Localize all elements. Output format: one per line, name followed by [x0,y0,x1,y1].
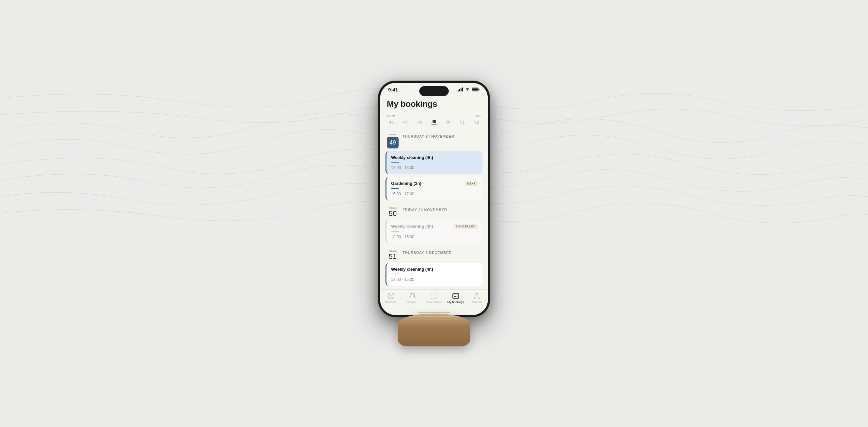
booking-card-cleaning-51[interactable]: Weekly cleaning (4h) 13:00 - 15:00 [385,263,483,286]
status-time: 9:41 [388,87,398,92]
svg-rect-11 [414,296,415,298]
signal-icon [458,88,463,92]
nav-label-my-bookings: My bookings [447,300,464,304]
week-badge-label-50: WEEK [389,206,397,209]
home-bar [417,311,451,313]
week-numbers: 46 47 48 49 50 51 52 [387,118,481,126]
day-label-week51: THURSDAY 8 DECEMBER [403,250,452,255]
svg-rect-10 [409,296,410,298]
booking-title-cleaning-50: Weekly cleaning (4h) [391,224,433,229]
phone-scene: 9:41 [378,81,490,347]
year-label: 2023 [475,114,481,118]
svg-rect-5 [472,89,478,91]
app-scroll-area[interactable]: My bookings Week 2023 46 47 48 49 [380,94,488,289]
week-selector[interactable]: Week 2023 46 47 48 49 50 51 52 [380,112,488,130]
booking-card-gardening-49[interactable]: Gardening (2h) NEXT 15:00 - 17:00 [385,177,483,201]
week-number-51: 51 [389,253,397,260]
booking-time-cleaning-50: 13:00 - 15:00 [391,235,414,239]
status-bar: 9:41 [380,83,488,94]
nav-item-discover[interactable]: Discover [383,292,399,304]
booking-section-week51: WEEK 51 THURSDAY 8 DECEMBER Weekly clean… [380,246,488,286]
svg-rect-21 [457,296,458,297]
status-icons [458,88,480,92]
section-header-week50: WEEK 50 FRIDAY 24 NOVEMBER [380,203,488,220]
booking-section-week49: WEEK 49 THURSDAY 24 NOVEMBER Weekly clea… [380,130,488,201]
badge-cancelled-cleaning: CANCELLED [454,224,478,229]
svg-rect-20 [455,296,456,297]
calendar-icon [452,292,459,299]
week-48[interactable]: 48 [415,119,425,125]
svg-rect-3 [462,88,463,92]
wifi-icon [465,88,470,92]
booking-divider-cleaning-49 [391,162,399,163]
phone-device: 9:41 [378,81,490,317]
booking-time-cleaning-49: 13:00 - 15:00 [391,165,414,170]
booking-card-cleaning-49[interactable]: Weekly cleaning (4h) 13:00 - 15:00 [385,151,483,174]
day-label-week50: FRIDAY 24 NOVEMBER [403,206,447,212]
booking-divider-cleaning-50 [391,231,399,232]
svg-rect-6 [479,89,480,90]
app-header: My bookings [380,94,488,112]
svg-rect-2 [461,89,462,92]
page-title: My bookings [387,99,481,109]
booking-title-cleaning-51: Weekly cleaning (4h) [391,267,433,272]
booking-title-cleaning-49: Weekly cleaning (4h) [391,155,433,160]
compass-icon [388,292,395,299]
week-badge-51: WEEK 51 [387,250,399,260]
dynamic-island [419,86,449,96]
plus-square-icon [430,292,438,299]
booking-divider-gardening [391,188,399,189]
booking-time-cleaning-51: 13:00 - 15:00 [391,277,414,282]
week-number-50: 50 [389,210,397,217]
svg-marker-8 [391,294,392,296]
svg-rect-1 [459,89,460,92]
nav-item-account[interactable]: Account [469,292,485,304]
svg-marker-9 [391,296,392,298]
phone-screen: 9:41 [380,83,488,315]
week-badge-label-51: WEEK [389,250,397,252]
booking-section-week50: WEEK 50 FRIDAY 24 NOVEMBER Weekly cleani… [380,203,488,243]
person-icon [473,292,480,299]
booking-time-gardening: 15:00 - 17:00 [391,192,414,196]
nav-label-support: Support [407,300,417,304]
week-badge-50: WEEK 50 [387,206,399,217]
nav-label-discover: Discover [385,300,397,304]
section-header-week51: WEEK 51 THURSDAY 8 DECEMBER [380,246,488,263]
week-badge-49: WEEK 49 [387,133,399,149]
nav-item-book-service[interactable]: Book service [426,292,442,304]
wooden-stand [398,314,470,347]
week-49[interactable]: 49 [429,118,439,126]
week-number-49: 49 [387,137,399,149]
week-badge-label-49: WEEK [389,133,397,136]
week-50[interactable]: 50 [443,119,453,125]
booking-divider-cleaning-51 [391,274,399,274]
svg-point-22 [476,293,478,296]
bottom-nav: Discover Support [380,289,488,310]
app-content: My bookings Week 2023 46 47 48 49 [380,94,488,315]
day-label-week49: THURSDAY 24 NOVEMBER [403,133,454,138]
week-label: Week [387,114,395,118]
nav-label-book-service: Book service [426,300,442,304]
svg-point-7 [388,293,394,299]
week-47[interactable]: 47 [401,119,410,125]
battery-icon [472,88,480,92]
nav-label-account: Account [472,300,483,304]
week-46[interactable]: 46 [387,119,396,125]
week-51[interactable]: 51 [458,119,467,125]
booking-card-cleaning-50[interactable]: Weekly cleaning (4h) CANCELLED 13:00 - 1… [385,220,483,243]
week-52[interactable]: 52 [472,119,481,125]
section-header-week49: WEEK 49 THURSDAY 24 NOVEMBER [380,130,488,151]
headphones-icon [409,292,416,299]
booking-title-gardening-49: Gardening (2h) [391,181,421,186]
nav-item-support[interactable]: Support [404,292,421,304]
svg-rect-0 [458,90,459,92]
svg-rect-19 [454,296,455,297]
badge-next-gardening: NEXT [465,181,478,186]
nav-item-my-bookings[interactable]: My bookings [447,292,464,304]
